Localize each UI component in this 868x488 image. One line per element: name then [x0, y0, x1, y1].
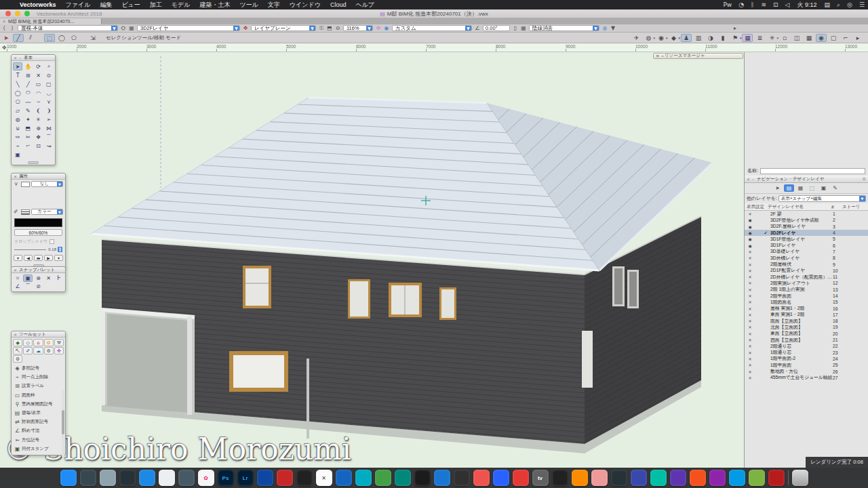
- dock-icon-app[interactable]: [572, 470, 588, 486]
- dock-icon-app[interactable]: [159, 470, 175, 486]
- layer-row[interactable]: ◉✓3D2Fレイヤ4: [745, 230, 868, 236]
- render-option-icon[interactable]: ◫: [791, 34, 802, 42]
- toolset-category-button[interactable]: ◆: [13, 339, 22, 346]
- dock-icon-app[interactable]: [277, 470, 293, 486]
- close-icon[interactable]: ✕ −: [747, 177, 755, 182]
- menu-item[interactable]: ビュー: [117, 1, 144, 8]
- visibility-off-icon[interactable]: ✕: [745, 344, 755, 348]
- marker-dropdown[interactable]: ▾: [54, 255, 63, 261]
- layer-row[interactable]: ✕2D1F配置レイヤ10: [745, 268, 868, 274]
- navigation-mode-icon[interactable]: ▤: [784, 184, 794, 192]
- rotation-angle-field[interactable]: 0.00°: [483, 25, 510, 31]
- dropshadow-checkbox[interactable]: [50, 239, 54, 244]
- dock-icon-camera[interactable]: [414, 470, 431, 486]
- visibility-off-icon[interactable]: ✕: [745, 293, 755, 298]
- layer-row[interactable]: ✕1階平面図-224: [745, 356, 868, 362]
- start-marker-button[interactable]: ◀: [24, 255, 33, 261]
- layer-row[interactable]: ✕455mmで土台モジュール軸組…27: [745, 375, 868, 381]
- menu-item[interactable]: 文字: [263, 1, 285, 8]
- render-option-icon[interactable]: ▥: [693, 34, 704, 42]
- dock-icon-app[interactable]: [296, 470, 313, 486]
- layer-row[interactable]: ◉3D2F壁他レイヤ作成順2: [745, 217, 868, 223]
- dock-icon-app[interactable]: [139, 470, 155, 486]
- visibility-off-icon[interactable]: ✕: [745, 256, 755, 260]
- document-tab[interactable]: × M邸 BIM化 推進本部2024070...: [0, 18, 102, 24]
- menu-status-icon[interactable]: ◔: [735, 1, 747, 8]
- render-option-icon[interactable]: ◉: [656, 34, 667, 42]
- menu-status-icon[interactable]: ≋: [757, 1, 770, 8]
- tool-button[interactable]: ▢: [44, 80, 54, 88]
- tool-button[interactable]: ⌣: [34, 98, 43, 106]
- tool-button[interactable]: ╲: [13, 80, 22, 88]
- visibility-eye-icon[interactable]: ◉: [745, 243, 755, 248]
- pen-icon[interactable]: ✐: [14, 209, 21, 215]
- dropdown-arrow-icon[interactable]: ▾: [776, 36, 778, 40]
- layer-row[interactable]: ✕1階平面図25: [745, 362, 868, 368]
- pen-style-dropdown[interactable]: カラー▼: [31, 209, 63, 215]
- saved-view-dropdown[interactable]: カスタム▼: [392, 25, 472, 31]
- menu-item[interactable]: ファイル: [61, 1, 96, 8]
- dock-icon-app[interactable]: [591, 470, 608, 486]
- visibility-off-icon[interactable]: ✕: [745, 268, 755, 273]
- toolset-category-button[interactable]: ✿: [44, 339, 54, 346]
- layer-dropdown[interactable]: 3D2Fレイヤ▼: [137, 25, 240, 31]
- dock-icon-app[interactable]: [355, 470, 372, 486]
- snap-button[interactable]: ✕: [44, 274, 54, 282]
- layer-row[interactable]: ✕屋根 実測1・2階16: [745, 305, 868, 311]
- class-visibility-icon[interactable]: ▦: [127, 25, 136, 31]
- render-option-icon[interactable]: ▦: [742, 34, 753, 42]
- dock-icon-app[interactable]: [729, 470, 745, 486]
- tool-button[interactable]: ↝: [44, 142, 54, 150]
- render-option-icon[interactable]: ▢: [828, 34, 839, 42]
- tool-button[interactable]: ⋎: [44, 98, 54, 106]
- toolset-category-button[interactable]: ⌂: [33, 339, 43, 346]
- tool-button[interactable]: ⬠: [13, 98, 22, 106]
- tool-button[interactable]: ⊡: [34, 142, 43, 150]
- tool-button[interactable]: ⊞: [23, 71, 33, 79]
- visibility-off-icon[interactable]: ✕: [745, 338, 755, 342]
- render-option-icon[interactable]: ▸: [852, 34, 863, 42]
- dock-icon-app[interactable]: [257, 470, 273, 486]
- dock-icon-photoshop[interactable]: Ps: [218, 470, 234, 486]
- palette-title-bar[interactable]: ✕ − 基本: [12, 55, 55, 61]
- visibility-off-icon[interactable]: ✕: [745, 211, 755, 216]
- lock-icon[interactable]: ⚿: [317, 25, 326, 32]
- fill-style-dropdown[interactable]: なし▼: [31, 181, 63, 187]
- toolset-category-button[interactable]: ◇: [23, 339, 33, 346]
- dropdown-arrow-icon[interactable]: ▾: [653, 36, 655, 40]
- render-option-icon[interactable]: ♟: [681, 34, 692, 42]
- visibility-off-icon[interactable]: ✕: [745, 300, 755, 304]
- tool-button[interactable]: ▭: [34, 80, 43, 88]
- close-icon[interactable]: ✕ −: [14, 56, 22, 60]
- dock-icon-photos[interactable]: ✿: [198, 470, 214, 486]
- dock-icon-siri[interactable]: [80, 470, 96, 486]
- tool-button[interactable]: 〰: [23, 98, 33, 106]
- dock-icon-app[interactable]: [670, 470, 686, 486]
- visibility-off-icon[interactable]: ✕: [745, 319, 755, 323]
- visibility-off-icon[interactable]: ✕: [745, 262, 755, 267]
- tool-button[interactable]: ❨: [34, 106, 43, 115]
- dock-icon-finder[interactable]: [60, 470, 77, 486]
- dock-icon-app[interactable]: [631, 470, 647, 486]
- globe-dropdown-icon[interactable]: ▼: [609, 25, 617, 31]
- ruler-origin-icon[interactable]: ✥: [2, 45, 7, 51]
- column-number[interactable]: #: [831, 205, 842, 209]
- navigation-mode-icon[interactable]: ▣: [818, 184, 829, 192]
- cube-icon[interactable]: ⬒: [326, 25, 334, 31]
- close-icon[interactable]: ✕: [14, 332, 17, 337]
- object-name-field[interactable]: [760, 168, 865, 174]
- collapse-handle[interactable]: [28, 161, 39, 164]
- snap-button[interactable]: ⊘: [33, 283, 43, 290]
- visibility-off-icon[interactable]: ✕: [745, 287, 755, 292]
- globe-icon[interactable]: ◍: [601, 25, 609, 31]
- toolset-tool[interactable]: ∠斜め寸法: [13, 426, 65, 435]
- other-layers-dropdown[interactable]: 表示+スナップ+編集▼: [778, 195, 866, 202]
- zoom-minus-icon[interactable]: ⊖: [334, 25, 342, 31]
- resource-manager-bar[interactable]: ✕ − リソースマネージャ: [653, 53, 743, 59]
- snap-button[interactable]: Ⱶ: [54, 274, 64, 282]
- tool-button[interactable]: ⊍: [13, 124, 22, 132]
- layer-row[interactable]: ✕2D外構レイヤ（配置図用）…11: [745, 274, 868, 280]
- grid-icon[interactable]: ▦: [519, 25, 528, 31]
- visibility-off-icon[interactable]: ✕: [745, 350, 755, 355]
- visibility-eye-icon[interactable]: ◉: [745, 224, 755, 229]
